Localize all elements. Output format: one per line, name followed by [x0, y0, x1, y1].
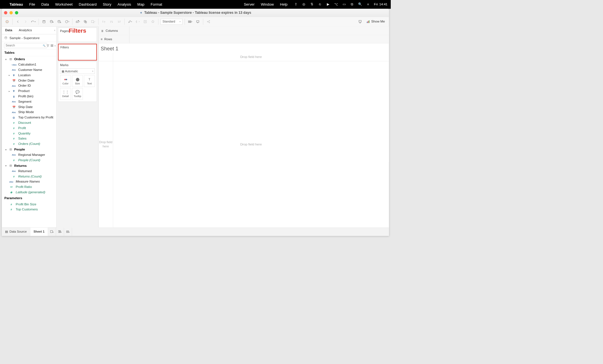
back-button[interactable] — [15, 19, 21, 25]
field-item[interactable]: 📅Ship Date — [2, 104, 56, 110]
control-center-icon[interactable]: ≡ — [366, 2, 370, 7]
parameter-item[interactable]: #Top Customers — [2, 207, 56, 212]
field-item[interactable]: AbcCustomer Name — [2, 67, 56, 73]
field-item[interactable]: AbcSegment — [2, 99, 56, 104]
swap-button[interactable] — [101, 19, 107, 25]
pause-button[interactable] — [56, 19, 62, 25]
sort-asc-button[interactable] — [108, 19, 115, 25]
field-item[interactable]: ⫼Profit (bin) — [2, 94, 56, 99]
zoom-window[interactable] — [15, 11, 18, 14]
menu-file[interactable]: File — [29, 2, 35, 6]
forward-button[interactable] — [23, 19, 29, 25]
new-sheet-button[interactable]: ▾ — [75, 19, 81, 25]
refresh-button[interactable]: ▾ — [64, 19, 70, 25]
datasource-item[interactable]: Sample - Superstore — [2, 34, 56, 42]
undo-dropdown[interactable]: ▾ — [30, 19, 36, 25]
search-input[interactable] — [4, 43, 47, 48]
field-item[interactable]: #Returns (Count) — [2, 174, 56, 179]
highlight-button[interactable]: ▾ — [127, 19, 133, 25]
new-worksheet-button[interactable] — [48, 228, 56, 236]
show-cards-button[interactable]: ▾ — [187, 19, 193, 25]
mark-type-select[interactable]: ▦ Automatic▾ — [60, 68, 95, 74]
row-drop-zone[interactable]: Drop field here — [99, 61, 113, 228]
field-item[interactable]: =#Profit Ratio — [2, 184, 56, 190]
field-item[interactable]: ⊕Latitude (generated) — [2, 190, 56, 195]
minimize-window[interactable] — [10, 11, 13, 14]
col-drop-zone[interactable]: Drop field here — [113, 53, 389, 61]
field-item[interactable]: ▸♆Location — [2, 73, 56, 78]
group-button[interactable]: ▾ — [135, 19, 141, 25]
close-window[interactable] — [4, 11, 7, 14]
menu-icon[interactable]: ▾ — [55, 43, 55, 48]
battery-icon[interactable]: ▭ — [342, 2, 346, 7]
guide-button[interactable] — [357, 19, 363, 25]
tab-analytics[interactable]: Analytics — [15, 27, 35, 34]
share-button[interactable] — [206, 19, 212, 25]
sort-desc-button[interactable] — [116, 19, 122, 25]
showme-button[interactable]: Show Me — [365, 19, 387, 25]
field-item[interactable]: AbcShip Mode — [2, 109, 56, 115]
field-item[interactable]: #People (Count) — [2, 158, 56, 163]
mark-size[interactable]: ⬤Size — [72, 75, 83, 87]
table-group[interactable]: ▾Returns — [2, 163, 56, 168]
body-drop-zone[interactable]: Drop field here — [113, 61, 389, 228]
table-group[interactable]: ▾Orders — [2, 56, 56, 62]
filters-shelf[interactable]: Filters — [58, 44, 97, 61]
field-item[interactable]: #Orders (Count) — [2, 141, 56, 147]
field-item[interactable]: AbcRegional Manager — [2, 152, 56, 158]
field-item[interactable]: #Sales — [2, 136, 56, 141]
mark-color[interactable]: ●●Color — [60, 75, 71, 87]
new-story-button[interactable] — [64, 228, 72, 236]
link-icon[interactable]: ⧉ — [350, 2, 354, 7]
field-item[interactable]: ◎Top Customers by Profit — [2, 115, 56, 120]
parameter-item[interactable]: #Profit Bin Size — [2, 202, 56, 207]
status-icon[interactable]: ⎋ — [318, 2, 322, 7]
pin-button[interactable] — [150, 19, 156, 25]
menu-story[interactable]: Story — [103, 2, 111, 6]
field-item[interactable]: AbcOrder ID — [2, 83, 56, 88]
field-item[interactable]: =AbcCalculation1 — [2, 62, 56, 67]
mark-text[interactable]: TText — [84, 75, 95, 87]
sheet-tab[interactable]: Sheet 1 — [30, 228, 48, 236]
field-item[interactable]: ▸♆Product — [2, 88, 56, 94]
menubar-app[interactable]: Tableau — [10, 2, 23, 6]
menu-window[interactable]: Window — [261, 2, 274, 6]
field-item[interactable]: AbcMeasure Names — [2, 179, 56, 184]
collapse-pane-icon[interactable]: ‹ — [54, 28, 55, 32]
status-icon[interactable]: ◎ — [302, 2, 306, 7]
status-icon[interactable]: ⇪ — [294, 2, 298, 7]
pages-shelf[interactable]: Pages — [58, 28, 97, 42]
menu-dashboard[interactable]: Dashboard — [79, 2, 97, 6]
sheet-title[interactable]: Sheet 1 — [99, 43, 389, 53]
search-icon[interactable]: 🔍 — [358, 2, 362, 7]
menubar-clock[interactable]: Fri14:41 — [374, 3, 387, 6]
columns-shelf[interactable]: ⫼Columns — [99, 27, 389, 35]
save-button[interactable] — [41, 19, 47, 25]
field-item[interactable]: #Discount — [2, 120, 56, 125]
table-group[interactable]: ▾People — [2, 147, 56, 152]
datasource-tab[interactable]: ▤Data Source — [2, 228, 30, 236]
fit-selector[interactable]: Standard▾ — [160, 19, 182, 24]
field-item[interactable]: 📅Order Date — [2, 78, 56, 83]
menu-analysis[interactable]: Analysis — [118, 2, 131, 6]
clear-button[interactable]: ▾ — [90, 19, 96, 25]
tab-data[interactable]: Data — [2, 27, 15, 34]
view-icon[interactable] — [50, 43, 53, 48]
menu-help[interactable]: Help — [280, 2, 288, 6]
tableau-icon[interactable] — [4, 19, 10, 25]
menu-format[interactable]: Format — [151, 2, 162, 6]
filter-icon[interactable] — [46, 43, 49, 48]
presentation-button[interactable] — [195, 19, 201, 25]
field-item[interactable]: #Quantity — [2, 131, 56, 136]
field-item[interactable]: AbcReturned — [2, 168, 56, 174]
bluetooth-icon[interactable]: ⌥ — [334, 2, 338, 7]
new-dashboard-button[interactable] — [56, 228, 64, 236]
duplicate-button[interactable] — [82, 19, 88, 25]
new-datasource-button[interactable] — [48, 19, 55, 25]
mark-detail[interactable]: ⋮⋮Detail — [60, 88, 71, 100]
status-icon[interactable]: ⇅ — [310, 2, 314, 7]
status-icon[interactable]: ▶ — [326, 2, 330, 7]
mark-tooltip[interactable]: 💬Tooltip — [72, 88, 83, 100]
menu-server[interactable]: Server — [244, 2, 254, 6]
menu-map[interactable]: Map — [137, 2, 144, 6]
